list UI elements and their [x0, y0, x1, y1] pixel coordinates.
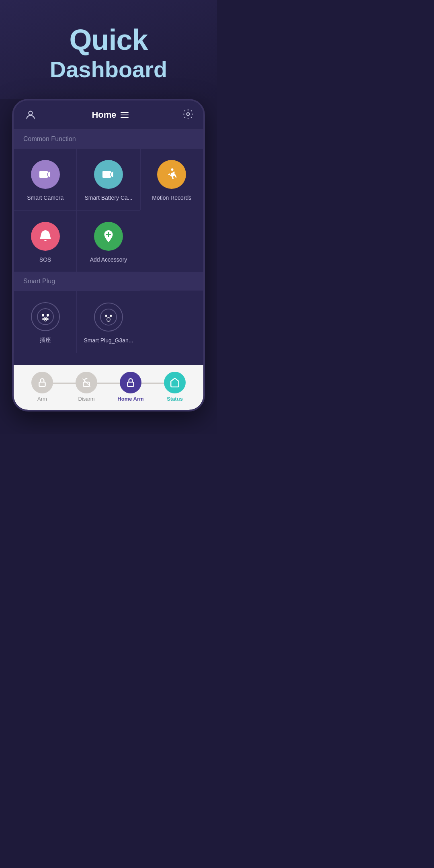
- svg-point-15: [107, 317, 110, 321]
- common-function-grid-row1: Smart Camera Smart Battery Ca... Motion …: [14, 148, 203, 210]
- bottom-nav: Arm Disarm: [14, 365, 203, 410]
- svg-point-0: [29, 111, 32, 115]
- svg-rect-19: [127, 382, 133, 387]
- smart-battery-camera-item[interactable]: Smart Battery Ca...: [77, 148, 140, 210]
- add-accessory-item[interactable]: Add Accessory: [77, 210, 140, 272]
- header-home-label: Home: [92, 110, 116, 120]
- svg-point-2: [171, 168, 174, 171]
- sos-icon-circle: [31, 222, 60, 251]
- app-header: Home: [14, 100, 203, 130]
- status-label: Status: [167, 396, 183, 402]
- svg-point-12: [100, 309, 117, 325]
- nav-home-arm[interactable]: Home Arm: [108, 372, 153, 402]
- plug-2-item[interactable]: Smart Plug_G3an...: [77, 291, 140, 353]
- nav-arm[interactable]: Arm: [20, 372, 64, 402]
- nav-disarm[interactable]: Disarm: [64, 372, 108, 402]
- hero-subtitle: Dashboard: [0, 56, 217, 83]
- home-arm-icon-circle: [120, 372, 141, 393]
- hero-section: Quick Dashboard: [0, 0, 217, 99]
- svg-rect-14: [110, 315, 112, 317]
- arm-label: Arm: [37, 396, 47, 402]
- smart-camera-item[interactable]: Smart Camera: [14, 148, 77, 210]
- plug-1-icon: [31, 302, 60, 331]
- svg-rect-13: [105, 315, 107, 317]
- add-accessory-label: Add Accessory: [90, 256, 127, 263]
- plug-2-label: Smart Plug_G3an...: [84, 337, 133, 344]
- svg-rect-9: [42, 314, 44, 317]
- svg-point-6: [44, 318, 47, 320]
- plug-2-icon: [94, 303, 123, 332]
- nav-status[interactable]: Status: [153, 372, 197, 402]
- settings-icon[interactable]: [182, 108, 194, 121]
- common-function-header: Common Function: [14, 130, 203, 148]
- disarm-icon-circle: [76, 372, 97, 393]
- motion-records-label: Motion Records: [152, 194, 191, 201]
- arm-icon-circle: [31, 372, 53, 393]
- smart-camera-label: Smart Camera: [27, 194, 63, 201]
- phone-frame: Home Common Function Smart Camera: [12, 99, 205, 411]
- motion-records-icon-circle: [157, 160, 186, 189]
- smart-battery-camera-label: Smart Battery Ca...: [84, 194, 132, 201]
- plug-1-item[interactable]: 插座: [14, 291, 77, 353]
- hero-title: Quick: [0, 24, 217, 56]
- common-function-grid-row2: SOS Add Accessory: [14, 210, 203, 272]
- smart-plug-grid: 插座 Smart Plug_G3an...: [14, 291, 203, 353]
- hamburger-icon[interactable]: [121, 112, 129, 118]
- smart-camera-icon-circle: [31, 160, 60, 189]
- smart-plug-header: Smart Plug: [14, 272, 203, 291]
- sos-item[interactable]: SOS: [14, 210, 77, 272]
- disarm-label: Disarm: [78, 396, 94, 402]
- home-arm-label: Home Arm: [117, 396, 143, 402]
- add-accessory-icon-circle: [94, 222, 123, 251]
- sos-label: SOS: [39, 256, 51, 263]
- motion-records-item[interactable]: Motion Records: [140, 148, 203, 210]
- svg-point-1: [187, 113, 190, 116]
- user-icon[interactable]: [23, 108, 38, 122]
- svg-point-3: [37, 309, 53, 325]
- status-icon-circle: [164, 372, 186, 393]
- svg-rect-16: [39, 382, 45, 387]
- svg-rect-10: [47, 314, 49, 317]
- plug-1-label: 插座: [40, 337, 51, 344]
- smart-battery-camera-icon-circle: [94, 160, 123, 189]
- scroll-spacer: [14, 353, 203, 365]
- app-header-title-group: Home: [92, 110, 128, 120]
